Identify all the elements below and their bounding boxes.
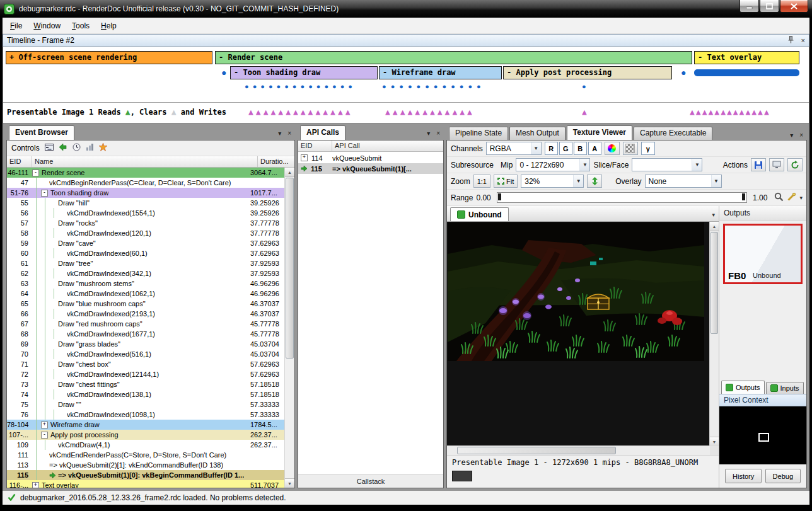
- scroll-up-icon[interactable]: ▲: [285, 168, 294, 177]
- event-row[interactable]: 64vkCmdDrawIndexed(1062,1)46.96296: [7, 289, 285, 299]
- range-handle-max[interactable]: [742, 193, 745, 200]
- titlebar[interactable]: debugmarker.rdc - RenderDoc Unofficial r…: [0, 0, 812, 18]
- event-row[interactable]: 63Draw "mushroom stems"46.96296: [7, 278, 285, 289]
- magnifier-icon[interactable]: [774, 192, 784, 204]
- event-row[interactable]: 68vkCmdDrawIndexed(1677,1)45.77778: [7, 329, 285, 339]
- event-row[interactable]: 69Draw "grass blades"45.03704: [7, 339, 285, 349]
- event-row[interactable]: 74vkCmdDrawIndexed(138,1)57.18518: [7, 389, 285, 399]
- event-row[interactable]: 109vkCmdDraw(4,1)262.37...: [7, 440, 285, 450]
- tree-expander-icon[interactable]: -: [41, 190, 48, 197]
- event-row[interactable]: 76vkCmdDrawIndexed(1098,1)57.33333: [7, 410, 285, 420]
- scrollbar-thumb[interactable]: [286, 178, 294, 359]
- refresh-icon[interactable]: [787, 158, 803, 171]
- column-eid[interactable]: EID: [298, 141, 332, 151]
- renderpass-dot-icon[interactable]: ●: [221, 67, 226, 79]
- event-row[interactable]: 111vkCmdEndRenderPass(C=Store, D=Store, …: [7, 450, 285, 460]
- bookmark-icon[interactable]: [99, 143, 107, 153]
- statistics-icon[interactable]: [86, 143, 94, 153]
- timeline-block[interactable]: + Off-screen scene rendering: [6, 51, 212, 64]
- history-button[interactable]: History: [725, 469, 762, 483]
- maximize-button[interactable]: [760, 0, 779, 13]
- overlay-select[interactable]: None ▼: [645, 175, 722, 188]
- alpha-background-icon[interactable]: [623, 142, 638, 155]
- event-row[interactable]: 55Draw "hill"39.25926: [7, 198, 285, 208]
- event-row[interactable]: 67Draw "red mushroom caps"45.77778: [7, 319, 285, 329]
- event-row[interactable]: 59Draw "cave"37.62963: [7, 238, 285, 248]
- range-handle-min[interactable]: [498, 193, 501, 200]
- tree-expander-icon[interactable]: +: [32, 482, 39, 488]
- menu-item-tools[interactable]: Tools: [66, 19, 95, 33]
- timeline-body[interactable]: + Off-screen scene rendering- Render sce…: [3, 47, 809, 123]
- event-row[interactable]: 78-104+Wireframe draw1784.5...: [7, 420, 285, 430]
- tab-pipeline-state[interactable]: Pipeline State: [449, 127, 508, 140]
- minimize-button[interactable]: [740, 0, 759, 13]
- flip-y-icon[interactable]: [587, 175, 602, 188]
- slice-face-select[interactable]: ▼: [632, 158, 702, 171]
- column-eid[interactable]: EID: [7, 156, 32, 167]
- menu-item-help[interactable]: Help: [95, 19, 122, 33]
- event-row[interactable]: 57Draw "rocks"37.77778: [7, 218, 285, 228]
- timeline-block[interactable]: - Toon shading draw: [230, 66, 378, 79]
- autofit-wand-icon[interactable]: [787, 192, 796, 204]
- range-slider[interactable]: [497, 192, 747, 203]
- event-row[interactable]: 46-111-Render scene3064.7...: [7, 168, 285, 178]
- time-draws-icon[interactable]: [72, 143, 81, 153]
- scroll-up-icon[interactable]: ▲: [710, 222, 719, 231]
- api-call-row[interactable]: +114vkQueueSubmit: [298, 152, 443, 163]
- tree-expander-icon[interactable]: -: [41, 432, 48, 439]
- draw-dots-icon[interactable]: ●: [582, 83, 590, 91]
- scroll-down-icon[interactable]: ▼: [285, 478, 294, 488]
- pixel-context-view[interactable]: [719, 406, 806, 464]
- channel-g-button[interactable]: G: [559, 142, 572, 155]
- timeline-header[interactable]: Timeline - Frame #2 ×: [3, 34, 809, 47]
- framebuffer-thumbnail[interactable]: FB0 Unbound: [723, 224, 803, 284]
- api-call-row[interactable]: 115=> vkQueueSubmit(1)[...: [298, 163, 443, 174]
- scroll-down-icon[interactable]: ▼: [710, 437, 719, 446]
- menu-item-file[interactable]: File: [4, 19, 28, 33]
- event-row[interactable]: 60vkCmdDrawIndexed(60,1)37.62963: [7, 248, 285, 258]
- channel-r-button[interactable]: R: [545, 142, 558, 155]
- event-row[interactable]: 71Draw "chest box"57.62963: [7, 359, 285, 369]
- event-row[interactable]: 72vkCmdDrawIndexed(12144,1)57.62963: [7, 369, 285, 379]
- tree-expander-icon[interactable]: +: [41, 422, 48, 428]
- tab-mesh-output[interactable]: Mesh Output: [509, 127, 566, 140]
- timeline-block[interactable]: - Wireframe draw: [379, 66, 502, 79]
- timeline-block[interactable]: - Text overlay: [694, 51, 799, 64]
- event-row[interactable]: 58vkCmdDrawIndexed(120,1)37.77778: [7, 228, 285, 238]
- mip-select[interactable]: 0 - 1272x690 ▼: [516, 158, 590, 171]
- fit-button[interactable]: Fit: [494, 175, 518, 188]
- event-row[interactable]: 73Draw "chest fittings"57.18518: [7, 379, 285, 389]
- custom-display-icon[interactable]: [605, 142, 620, 155]
- event-row[interactable]: 51-76-Toon shading draw1017.7...: [7, 188, 285, 198]
- scrollbar-thumb[interactable]: [710, 232, 718, 334]
- zoom-select[interactable]: 32% ▼: [521, 175, 584, 188]
- chevron-down-icon[interactable]: ▾: [427, 130, 430, 137]
- event-row[interactable]: 107-...-Apply post processing262.37...: [7, 430, 285, 440]
- channels-select[interactable]: RGBA ▼: [486, 142, 542, 155]
- chevron-down-icon[interactable]: ▾: [278, 130, 281, 137]
- close-icon[interactable]: ×: [436, 130, 440, 137]
- tab-event-browser[interactable]: Event Browser: [9, 125, 74, 140]
- timeline-toggle-icon[interactable]: [45, 143, 54, 153]
- channel-a-button[interactable]: A: [588, 142, 601, 155]
- close-icon[interactable]: ×: [801, 37, 805, 44]
- event-row[interactable]: 66vkCmdDrawIndexed(2193,1)46.37037: [7, 309, 285, 319]
- texture-viewport[interactable]: ▲ ▼: [447, 222, 719, 455]
- callstack-bar[interactable]: Callstack: [298, 474, 443, 488]
- event-row[interactable]: 70vkCmdDrawIndexed(516,1)45.03704: [7, 349, 285, 359]
- timeline-block[interactable]: - Render scene: [215, 51, 692, 64]
- channel-b-button[interactable]: B: [574, 142, 587, 155]
- jump-to-event-icon[interactable]: [59, 143, 67, 153]
- tab-api-calls[interactable]: API Calls: [300, 125, 345, 140]
- zoom-1to1-button[interactable]: 1:1: [473, 175, 490, 188]
- event-row[interactable]: 47vkCmdBeginRenderPass(C=Clear, D=Clear,…: [7, 178, 285, 188]
- texture-image[interactable]: [448, 222, 704, 361]
- draw-dots-icon[interactable]: ●●●●●●●●●●●●: [382, 83, 485, 91]
- menu-item-window[interactable]: Window: [28, 19, 66, 33]
- tree-expander-icon[interactable]: -: [32, 169, 39, 176]
- event-row[interactable]: 56vkCmdDrawIndexed(1554,1)39.25926: [7, 208, 285, 218]
- debug-button[interactable]: Debug: [765, 469, 801, 483]
- timeline-block[interactable]: - Apply post processing: [503, 66, 672, 79]
- tree-expander-icon[interactable]: +: [301, 154, 308, 161]
- viewport-vertical-scrollbar[interactable]: ▲ ▼: [709, 222, 719, 446]
